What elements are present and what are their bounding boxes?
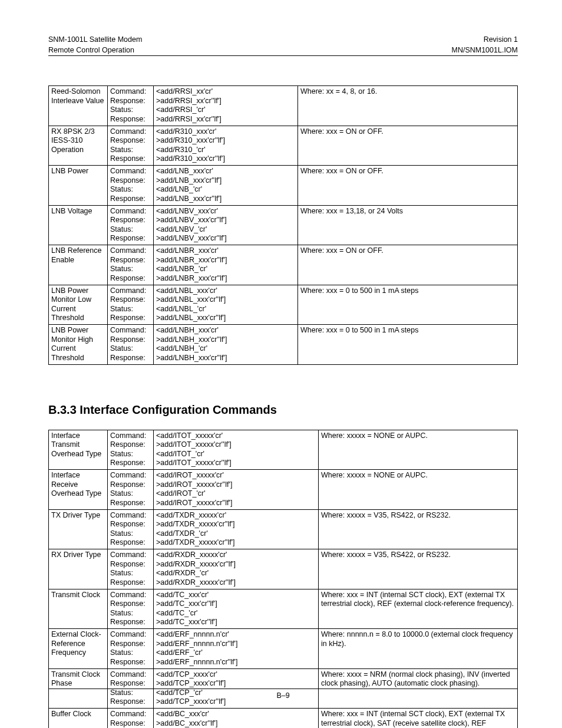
syntax: <add/ERF_nnnnn.n'cr' >add/ERF_nnnnn.n'cr…	[154, 629, 319, 669]
param-name: Interface Transmit Overhead Type	[49, 430, 108, 470]
table-row: Interface Receive Overhead TypeCommand: …	[49, 470, 518, 510]
param-name: LNB Voltage	[49, 205, 108, 245]
crsr-labels: Command: Response: Status: Response:	[108, 285, 154, 325]
syntax: <add/BC_xxx'cr' >add/BC_xxx'cr''lf'] <ad…	[154, 709, 319, 729]
syntax: <add/RXDR_xxxxx'cr' >add/RXDR_xxxxx'cr''…	[154, 549, 319, 589]
crsr-labels: Command: Response: Status: Response:	[108, 205, 154, 245]
syntax: <add/IROT_xxxxx'cr' >add/IROT_xxxxx'cr''…	[154, 470, 319, 510]
table-row: Reed-Solomon Interleave ValueCommand: Re…	[49, 86, 518, 126]
syntax: <add/RRSI_xx'cr' >add/RRSI_xx'cr''lf'] <…	[154, 86, 298, 126]
header-right-1: Revision 1	[484, 35, 518, 44]
crsr-labels: Command: Response: Status: Response:	[108, 470, 154, 510]
syntax: <add/LNBL_xxx'cr' >add/LNBL_xxx'cr''lf']…	[154, 285, 298, 325]
where-clause: Where: xxxxx = V35, RS422, or RS232.	[319, 549, 518, 589]
syntax: <add/LNB_xxx'cr' >add/LNB_xxx'cr''lf'] <…	[154, 166, 298, 206]
syntax: <add/LNBV_xxx'cr' >add/LNBV_xxx'cr''lf']…	[154, 205, 298, 245]
where-clause: Where: xxx = INT (internal SCT clock), E…	[319, 589, 518, 629]
param-name: LNB Power	[49, 166, 108, 206]
header-right-2: MN/SNM1001L.IOM	[451, 46, 518, 54]
param-name: LNB Power Monitor Low Current Threshold	[49, 285, 108, 325]
crsr-labels: Command: Response: Status: Response:	[108, 166, 154, 206]
param-name: RX 8PSK 2/3 IESS-310 Operation	[49, 126, 108, 166]
where-clause: Where: xxx = ON or OFF.	[298, 126, 518, 166]
param-name: Reed-Solomon Interleave Value	[49, 86, 108, 126]
crsr-labels: Command: Response: Status: Response:	[108, 245, 154, 285]
table-row: Interface Transmit Overhead TypeCommand:…	[49, 430, 518, 470]
param-name: External Clock-Reference Frequency	[49, 629, 108, 669]
where-clause: Where: xxxxx = NONE or AUPC.	[319, 430, 518, 470]
syntax: <add/LNBH_xxx'cr' >add/LNBH_xxx'cr''lf']…	[154, 325, 298, 365]
table-row: LNB VoltageCommand: Response: Status: Re…	[49, 205, 518, 245]
crsr-labels: Command: Response: Status: Response:	[108, 629, 154, 669]
header-left-1: SNM-1001L Satellite Modem	[48, 35, 142, 44]
crsr-labels: Command: Response: Status: Response:	[108, 325, 154, 365]
table-row: RX Driver TypeCommand: Response: Status:…	[49, 549, 518, 589]
section-heading: B.3.3 Interface Configuration Commands	[48, 403, 518, 417]
where-clause: Where: xxx = ON or OFF.	[298, 245, 518, 285]
table-row: RX 8PSK 2/3 IESS-310 OperationCommand: R…	[49, 126, 518, 166]
crsr-labels: Command: Response: Status: Response:	[108, 86, 154, 126]
syntax: <add/R310_xxx'cr' >add/R310_xxx'cr''lf']…	[154, 126, 298, 166]
table-row: TX Driver TypeCommand: Response: Status:…	[49, 509, 518, 549]
crsr-labels: Command: Response: Status: Response:	[108, 549, 154, 589]
where-clause: Where: xxx = 13,18, or 24 Volts	[298, 205, 518, 245]
syntax: <add/TXDR_xxxxx'cr' >add/TXDR_xxxxx'cr''…	[154, 509, 319, 549]
where-clause: Where: xxx = ON or OFF.	[298, 166, 518, 206]
crsr-labels: Command: Response: Status: Response:	[108, 709, 154, 729]
param-name: Transmit Clock	[49, 589, 108, 629]
table-row: Transmit ClockCommand: Response: Status:…	[49, 589, 518, 629]
where-clause: Where: xxx = 0 to 500 in 1 mA steps	[298, 325, 518, 365]
page-footer: B–9	[48, 689, 518, 700]
param-name: Interface Receive Overhead Type	[49, 470, 108, 510]
header-left-2: Remote Control Operation	[48, 46, 134, 54]
param-name: LNB Power Monitor High Current Threshold	[49, 325, 108, 365]
table-row: LNB PowerCommand: Response: Status: Resp…	[49, 166, 518, 206]
table-row: LNB Reference EnableCommand: Response: S…	[49, 245, 518, 285]
syntax: <add/TC_xxx'cr' >add/TC_xxx'cr''lf'] <ad…	[154, 589, 319, 629]
commands-table-1: Reed-Solomon Interleave ValueCommand: Re…	[48, 85, 518, 365]
where-clause: Where: nnnnn.n = 8.0 to 10000.0 (externa…	[319, 629, 518, 669]
crsr-labels: Command: Response: Status: Response:	[108, 126, 154, 166]
commands-table-2: Interface Transmit Overhead TypeCommand:…	[48, 430, 518, 729]
param-name: Buffer Clock	[49, 709, 108, 729]
syntax: <add/ITOT_xxxxx'cr' >add/ITOT_xxxxx'cr''…	[154, 430, 319, 470]
where-clause: Where: xxx = 0 to 500 in 1 mA steps	[298, 285, 518, 325]
crsr-labels: Command: Response: Status: Response:	[108, 589, 154, 629]
where-clause: Where: xxx = INT (internal SCT clock), E…	[319, 709, 518, 729]
table-row: LNB Power Monitor High Current Threshold…	[49, 325, 518, 365]
table-row: Buffer ClockCommand: Response: Status: R…	[49, 709, 518, 729]
where-clause: Where: xxxxx = NONE or AUPC.	[319, 470, 518, 510]
syntax: <add/LNBR_xxx'cr' >add/LNBR_xxx'cr''lf']…	[154, 245, 298, 285]
param-name: RX Driver Type	[49, 549, 108, 589]
crsr-labels: Command: Response: Status: Response:	[108, 509, 154, 549]
param-name: TX Driver Type	[49, 509, 108, 549]
param-name: LNB Reference Enable	[49, 245, 108, 285]
where-clause: Where: xx = 4, 8, or 16.	[298, 86, 518, 126]
table-row: LNB Power Monitor Low Current ThresholdC…	[49, 285, 518, 325]
where-clause: Where: xxxxx = V35, RS422, or RS232.	[319, 509, 518, 549]
table-row: External Clock-Reference FrequencyComman…	[49, 629, 518, 669]
crsr-labels: Command: Response: Status: Response:	[108, 430, 154, 470]
